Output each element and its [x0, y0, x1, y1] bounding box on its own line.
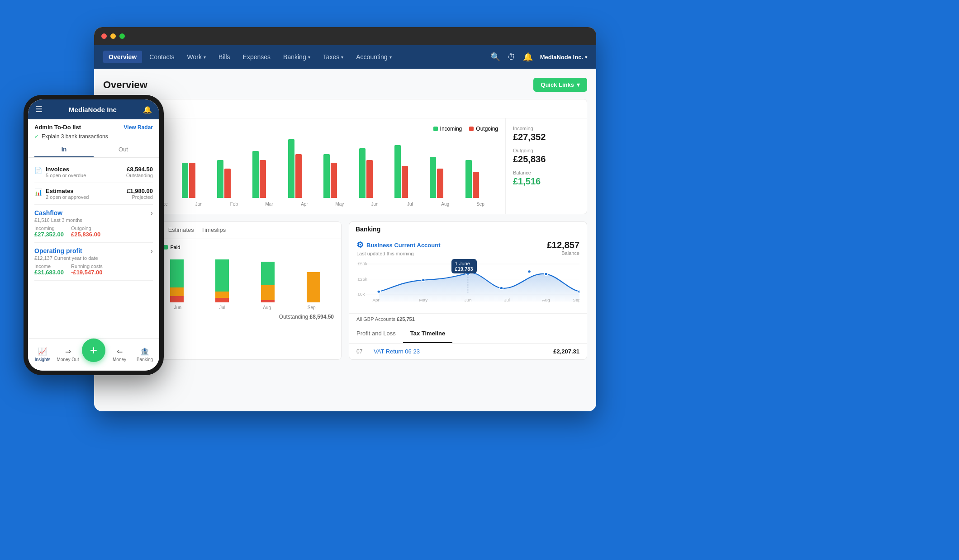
timer-icon[interactable]: ⏱ [508, 52, 516, 62]
incoming-stat: Incoming £27,352 [513, 126, 579, 142]
browser-min-dot[interactable] [110, 33, 116, 39]
svg-text:£25k: £25k [357, 277, 367, 281]
outgoing-bar [260, 160, 266, 198]
phone-tabs: In Out [28, 142, 159, 158]
browser-max-dot[interactable] [119, 33, 125, 39]
phone-list: 📄 Invoices 5 open or overdue £8,594.50 O… [28, 158, 159, 338]
stacked-bar [215, 259, 229, 302]
phone-cashflow-section: Cashflow › £1,516 Last 3 months Incoming… [34, 205, 153, 243]
tab-tax-timeline[interactable]: Tax Timeline [403, 325, 453, 343]
cashflow-bar-group [394, 145, 427, 198]
nav-contacts[interactable]: Contacts [144, 51, 180, 63]
due-bar-segment [261, 285, 275, 300]
search-icon[interactable]: 🔍 [490, 52, 500, 62]
overdue-bar-segment [170, 296, 184, 302]
svg-text:May: May [419, 298, 428, 302]
phone-nav-money-out[interactable]: ⇒ Money Out [57, 347, 79, 362]
phone-estimates-item: 📊 Estimates 2 open or approved £1,980.00… [34, 183, 153, 205]
paid-bar-segment [215, 259, 229, 292]
nav-expenses[interactable]: Expenses [237, 51, 276, 63]
phone-nav-money-in[interactable]: ⇐ Money [108, 347, 131, 362]
main-content: Overview Quick Links ▾ Cashflow Incoming [94, 69, 596, 411]
svg-text:Jun: Jun [465, 298, 472, 302]
outgoing-bar [331, 163, 337, 198]
stacked-bar [261, 259, 275, 302]
nav-bar: Overview Contacts Work ▾ Bills Expenses … [94, 45, 596, 69]
cashflow-bar-group [359, 148, 392, 198]
incoming-legend-dot [433, 127, 438, 131]
due-bar-segment [215, 292, 229, 298]
phone-tab-in[interactable]: In [34, 142, 94, 157]
browser-close-dot[interactable] [101, 33, 107, 39]
svg-text:Apr: Apr [372, 298, 379, 302]
nav-bills[interactable]: Bills [213, 51, 236, 63]
svg-text:Jul: Jul [504, 298, 510, 302]
svg-point-12 [578, 290, 579, 293]
nav-icons: 🔍 ⏱ 🔔 MediaNode Inc. ▾ [490, 52, 587, 62]
phone-menu-icon[interactable]: ☰ [35, 104, 43, 114]
tab-timeslips[interactable]: Timeslips [201, 222, 226, 239]
nav-work[interactable]: Work ▾ [182, 51, 211, 63]
nav-taxes[interactable]: Taxes ▾ [318, 51, 349, 63]
cashflow-stats: Incoming £27,352 Outgoing £25,836 Balanc… [505, 118, 587, 214]
vat-return-link[interactable]: VAT Return 06 23 [370, 348, 553, 355]
incoming-bar [288, 139, 294, 198]
phone-tab-out[interactable]: Out [94, 142, 153, 157]
page-title: Overview [103, 79, 147, 91]
stacked-bar [307, 259, 320, 302]
bell-icon[interactable]: 🔔 [523, 52, 533, 62]
paid-legend: Paid [163, 245, 180, 250]
invoices-icon: 📄 [34, 167, 42, 174]
overview-header: Overview Quick Links ▾ [103, 78, 587, 92]
company-selector[interactable]: MediaNode Inc. ▾ [540, 54, 587, 61]
phone-nav-insights[interactable]: 📈 Insights [31, 347, 54, 362]
phone-bell-icon[interactable]: 🔔 [143, 105, 152, 114]
cashflow-bar-group [252, 151, 285, 198]
stacked-bar [170, 259, 184, 302]
phone-todo-header: Admin To-Do list View Radar [34, 124, 153, 131]
fab-add-button[interactable]: + [82, 339, 105, 362]
svg-text:£0k: £0k [357, 292, 365, 296]
browser-chrome [94, 27, 596, 45]
svg-text:£50k: £50k [357, 262, 367, 266]
cashflow-content: Incoming Outgoing NovDecJanFebMarAprMayJ… [104, 118, 587, 214]
outgoing-bar [437, 169, 443, 198]
insights-icon: 📈 [38, 347, 47, 356]
tab-profit-loss[interactable]: Profit and Loss [349, 325, 403, 343]
outgoing-bar [473, 172, 479, 198]
cashflow-chart-area: Incoming Outgoing NovDecJanFebMarAprMayJ… [104, 118, 505, 214]
banking-title: Banking [349, 222, 587, 235]
phone-screen: ☰ MediaNode Inc 🔔 Admin To-Do list View … [28, 99, 159, 371]
incoming-bar [430, 157, 436, 198]
overdue-bar-segment [261, 300, 275, 302]
phone-running-costs-stat: Running costs -£19,547.00 [71, 264, 103, 276]
cashflow-bar-group [323, 154, 356, 198]
phone-income-stat: Income £31,683.00 [34, 264, 64, 276]
accounting-chevron-icon: ▾ [389, 55, 392, 60]
pnl-tabs: Profit and Loss Tax Timeline [349, 325, 587, 344]
pnl-row: 07 VAT Return 06 23 £2,207.31 [349, 344, 587, 359]
phone-nav-banking[interactable]: 🏦 Banking [133, 347, 156, 362]
banking-chevron-icon: ▾ [308, 55, 310, 60]
invoice-axis-label: Sep [289, 305, 334, 310]
cashflow-legend: Incoming Outgoing [111, 126, 498, 132]
due-bar-segment [170, 287, 184, 296]
due-bar-segment [307, 272, 320, 302]
estimates-icon: 📊 [34, 188, 42, 196]
tab-estimates[interactable]: Estimates [168, 222, 194, 239]
bank-account-icon: ⚙ [356, 240, 364, 250]
invoice-bar-group [293, 259, 334, 302]
nav-overview[interactable]: Overview [103, 51, 142, 63]
outgoing-bar [224, 169, 231, 198]
cashflow-bar-group [465, 160, 498, 198]
desktop-browser: Overview Contacts Work ▾ Bills Expenses … [94, 27, 596, 411]
svg-point-9 [500, 287, 503, 290]
incoming-bar [217, 160, 223, 198]
paid-legend-dot [163, 245, 168, 249]
nav-banking[interactable]: Banking ▾ [278, 51, 316, 63]
quick-links-button[interactable]: Quick Links ▾ [533, 78, 587, 92]
cashflow-bar-group [182, 163, 214, 198]
nav-accounting[interactable]: Accounting ▾ [351, 51, 397, 63]
view-radar-link[interactable]: View Radar [124, 124, 153, 131]
incoming-bar [323, 154, 330, 198]
